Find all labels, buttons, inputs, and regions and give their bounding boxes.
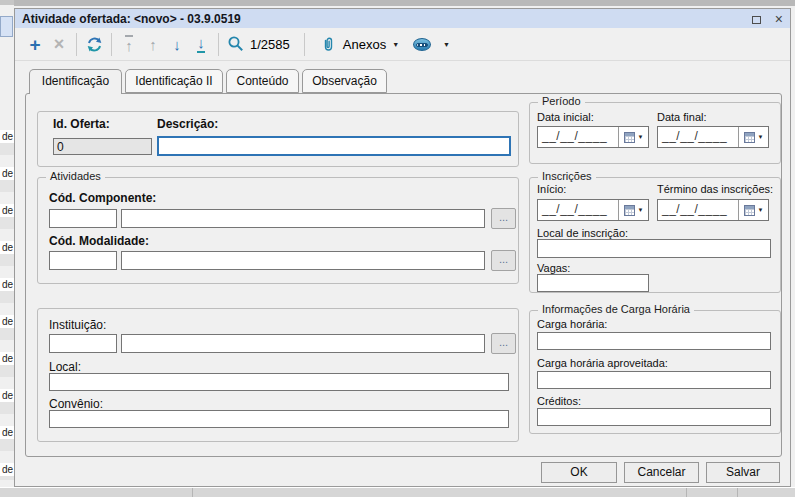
atividades-group-title: Atividades	[46, 170, 105, 182]
close-button[interactable]: ×	[775, 13, 783, 25]
id-oferta-input[interactable]	[53, 138, 152, 155]
background-list-row: de	[0, 463, 14, 480]
calendar-icon	[624, 132, 635, 143]
background-selection	[0, 16, 13, 37]
tab-identificacao[interactable]: Identificação	[29, 69, 122, 94]
carga-aproveitada-input[interactable]	[537, 371, 771, 389]
local-inscricao-input[interactable]	[537, 239, 771, 258]
toolbar-separator	[304, 33, 305, 56]
grid-column-separator	[737, 488, 738, 497]
cod-modalidade-code-input[interactable]	[49, 251, 117, 270]
local-inscricao-label: Local de inscrição:	[537, 227, 628, 239]
grid-column-separator	[192, 488, 193, 497]
vagas-input[interactable]	[537, 274, 649, 292]
instituicao-code-input[interactable]	[49, 334, 117, 353]
caret-down-icon: ▼	[758, 134, 764, 140]
caret-down-icon: ▼	[758, 207, 764, 213]
toolbar-separator	[111, 33, 112, 56]
background-window-left: de de de de de de de de de de de de de d…	[0, 0, 14, 497]
termino-inscricao-input[interactable]: __/__/____ ▼	[657, 199, 769, 221]
tab-bar: Identificação Identificação II Conteúdo …	[29, 69, 387, 94]
carga-group-title: Informações de Carga Horária	[538, 303, 694, 315]
convenio-input[interactable]	[49, 410, 509, 428]
data-final-input[interactable]: __/__/____ ▼	[657, 126, 769, 148]
cancel-button[interactable]: Cancelar	[624, 462, 699, 483]
tab-identificacao-ii[interactable]: Identificação II	[125, 69, 223, 93]
cod-componente-desc-input[interactable]	[121, 209, 485, 228]
descricao-input[interactable]	[157, 136, 511, 156]
data-inicial-label: Data inicial:	[537, 111, 594, 123]
calendar-dropdown-button[interactable]: ▼	[738, 200, 768, 220]
inicio-label: Início:	[537, 183, 566, 195]
background-list-row: de	[0, 204, 14, 229]
instituicao-group: Instituição: ... Local: Convênio:	[37, 308, 519, 442]
calendar-dropdown-button[interactable]: ▼	[738, 127, 768, 147]
cod-modalidade-desc-input[interactable]	[121, 251, 485, 270]
termino-label: Término das inscrições:	[657, 183, 773, 195]
descricao-label: Descrição:	[157, 117, 218, 131]
inicio-inscricao-input[interactable]: __/__/____ ▼	[537, 199, 649, 221]
periodo-group-title: Período	[538, 95, 585, 107]
carga-horaria-group: Informações de Carga Horária Carga horár…	[529, 310, 781, 434]
dialog-titlebar[interactable]: Atividade ofertada: <novo> - 03.9.0519 ×	[15, 9, 790, 28]
next-record-icon[interactable]: ↓	[165, 32, 189, 56]
inscricoes-group: Inscrições Início: Término das inscriçõe…	[529, 177, 781, 293]
last-record-icon[interactable]: ↓	[189, 32, 213, 56]
instituicao-desc-input[interactable]	[121, 334, 485, 353]
ok-button[interactable]: OK	[541, 462, 617, 483]
carga-aproveitada-label: Carga horária aproveitada:	[537, 357, 668, 369]
dialog-title: Atividade ofertada: <novo> - 03.9.0519	[22, 12, 752, 26]
add-record-icon[interactable]: +	[23, 32, 47, 56]
maximize-button[interactable]	[752, 10, 761, 28]
previous-record-icon[interactable]: ↑	[141, 32, 165, 56]
local-input[interactable]	[49, 373, 509, 391]
cod-componente-lookup-button[interactable]: ...	[491, 208, 516, 229]
inscricoes-group-title: Inscrições	[538, 170, 596, 182]
background-list-row: de	[0, 352, 14, 377]
first-record-icon[interactable]: ↑	[117, 32, 141, 56]
creditos-input[interactable]	[537, 408, 771, 426]
cod-componente-label: Cód. Componente:	[49, 191, 156, 205]
close-icon: ×	[775, 11, 783, 27]
record-toolbar: + × ↑ ↑ ↓ ↓ 1	[15, 28, 790, 61]
background-grid-footer	[0, 487, 795, 497]
data-final-label: Data final:	[657, 111, 707, 123]
atividade-ofertada-dialog: Atividade ofertada: <novo> - 03.9.0519 ×…	[14, 8, 791, 487]
cod-componente-code-input[interactable]	[49, 209, 117, 228]
cod-modalidade-label: Cód. Modalidade:	[49, 234, 149, 248]
cod-modalidade-lookup-button[interactable]: ...	[491, 250, 516, 271]
instituicao-label: Instituição:	[49, 318, 106, 332]
instituicao-lookup-button[interactable]: ...	[491, 333, 516, 354]
anexos-button[interactable]: Anexos	[343, 37, 386, 52]
calendar-dropdown-button[interactable]: ▼	[618, 200, 648, 220]
id-oferta-label: Id. Oferta:	[53, 117, 110, 131]
calendar-icon	[624, 205, 635, 216]
paperclip-icon[interactable]	[316, 32, 340, 56]
printer-dropdown-icon[interactable]: ▼	[443, 41, 450, 48]
delete-record-icon[interactable]: ×	[47, 32, 71, 56]
tab-observacao[interactable]: Observação	[302, 69, 387, 93]
background-list: de de de de de de de de de de de de de d…	[0, 118, 14, 480]
local-label: Local:	[49, 360, 81, 374]
anexos-dropdown-icon[interactable]: ▼	[392, 41, 399, 48]
atividades-group: Atividades Cód. Componente: ... Cód. Mod…	[37, 177, 519, 284]
search-icon[interactable]	[224, 32, 248, 56]
toolbar-separator	[218, 33, 219, 56]
grid-column-separator	[686, 488, 687, 497]
printer-icon[interactable]	[413, 38, 431, 51]
carga-horaria-input[interactable]	[537, 332, 771, 350]
background-list-row: de	[0, 167, 14, 192]
calendar-dropdown-button[interactable]: ▼	[618, 127, 648, 147]
screen: de de de de de de de de de de de de de d…	[0, 0, 795, 497]
maximize-icon	[752, 16, 761, 24]
background-list-row: de	[0, 389, 14, 414]
tab-conteudo[interactable]: Conteúdo	[226, 69, 299, 93]
toolbar-separator	[76, 33, 77, 56]
calendar-icon	[744, 205, 755, 216]
creditos-label: Créditos:	[537, 395, 581, 407]
background-list-row: de	[0, 315, 14, 340]
save-button[interactable]: Salvar	[706, 462, 780, 483]
data-inicial-input[interactable]: __/__/____ ▼	[537, 126, 649, 148]
background-list-row: de	[0, 130, 14, 155]
refresh-icon[interactable]	[82, 32, 106, 56]
